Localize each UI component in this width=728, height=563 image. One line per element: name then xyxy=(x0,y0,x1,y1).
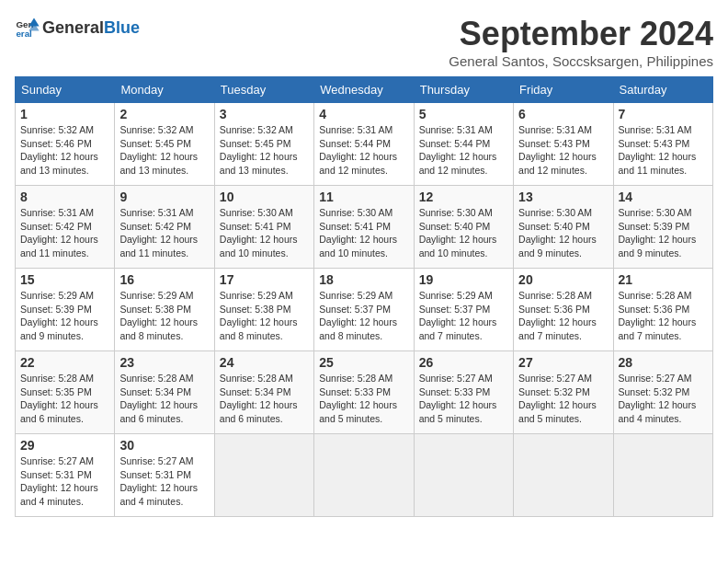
day-info: Sunrise: 5:27 AM Sunset: 5:31 PM Dayligh… xyxy=(20,454,109,509)
day-number: 17 xyxy=(220,272,309,287)
header-saturday: Saturday xyxy=(613,77,712,103)
week-row-4: 22Sunrise: 5:28 AM Sunset: 5:35 PM Dayli… xyxy=(16,351,713,434)
calendar-cell xyxy=(214,434,313,517)
calendar-cell: 28Sunrise: 5:27 AM Sunset: 5:32 PM Dayli… xyxy=(613,351,712,434)
day-number: 11 xyxy=(319,190,408,204)
week-row-2: 8Sunrise: 5:31 AM Sunset: 5:42 PM Daylig… xyxy=(16,186,713,269)
calendar-cell: 17Sunrise: 5:29 AM Sunset: 5:38 PM Dayli… xyxy=(214,269,313,351)
logo: Gen eral GeneralBlue xyxy=(15,15,140,40)
weekday-header-row: Sunday Monday Tuesday Wednesday Thursday… xyxy=(16,77,713,103)
day-info: Sunrise: 5:31 AM Sunset: 5:42 PM Dayligh… xyxy=(20,206,109,260)
day-info: Sunrise: 5:32 AM Sunset: 5:45 PM Dayligh… xyxy=(220,123,309,178)
day-number: 9 xyxy=(119,190,209,204)
calendar-cell: 23Sunrise: 5:28 AM Sunset: 5:34 PM Dayli… xyxy=(115,351,214,434)
month-year-title: September 2024 xyxy=(449,15,713,53)
day-number: 10 xyxy=(220,190,309,204)
day-number: 16 xyxy=(119,272,209,287)
calendar-cell: 13Sunrise: 5:30 AM Sunset: 5:40 PM Dayli… xyxy=(514,186,613,269)
day-number: 22 xyxy=(20,355,109,370)
day-info: Sunrise: 5:29 AM Sunset: 5:39 PM Dayligh… xyxy=(20,289,109,343)
calendar-cell: 9Sunrise: 5:31 AM Sunset: 5:42 PM Daylig… xyxy=(115,186,214,269)
day-number: 4 xyxy=(319,107,408,121)
day-info: Sunrise: 5:28 AM Sunset: 5:34 PM Dayligh… xyxy=(220,372,309,426)
day-info: Sunrise: 5:31 AM Sunset: 5:43 PM Dayligh… xyxy=(619,123,708,178)
day-info: Sunrise: 5:31 AM Sunset: 5:42 PM Dayligh… xyxy=(119,206,209,260)
day-number: 1 xyxy=(20,107,109,121)
day-number: 30 xyxy=(119,438,209,453)
day-number: 18 xyxy=(319,272,408,287)
week-row-5: 29Sunrise: 5:27 AM Sunset: 5:31 PM Dayli… xyxy=(16,434,713,517)
day-number: 2 xyxy=(119,107,209,121)
calendar-cell: 14Sunrise: 5:30 AM Sunset: 5:39 PM Dayli… xyxy=(613,186,712,269)
day-info: Sunrise: 5:32 AM Sunset: 5:45 PM Dayligh… xyxy=(119,123,209,178)
header-monday: Monday xyxy=(115,77,214,103)
day-info: Sunrise: 5:28 AM Sunset: 5:36 PM Dayligh… xyxy=(518,289,608,343)
day-info: Sunrise: 5:27 AM Sunset: 5:32 PM Dayligh… xyxy=(619,372,708,426)
week-row-1: 1Sunrise: 5:32 AM Sunset: 5:46 PM Daylig… xyxy=(16,103,713,186)
calendar-cell: 10Sunrise: 5:30 AM Sunset: 5:41 PM Dayli… xyxy=(214,186,313,269)
calendar-cell: 7Sunrise: 5:31 AM Sunset: 5:43 PM Daylig… xyxy=(613,103,712,186)
day-info: Sunrise: 5:30 AM Sunset: 5:41 PM Dayligh… xyxy=(319,206,408,260)
day-info: Sunrise: 5:29 AM Sunset: 5:37 PM Dayligh… xyxy=(319,289,408,343)
day-info: Sunrise: 5:30 AM Sunset: 5:39 PM Dayligh… xyxy=(619,206,708,260)
calendar-table: Sunday Monday Tuesday Wednesday Thursday… xyxy=(15,76,713,517)
day-info: Sunrise: 5:31 AM Sunset: 5:44 PM Dayligh… xyxy=(419,123,508,178)
day-info: Sunrise: 5:27 AM Sunset: 5:32 PM Dayligh… xyxy=(518,372,608,426)
week-row-3: 15Sunrise: 5:29 AM Sunset: 5:39 PM Dayli… xyxy=(16,269,713,351)
calendar-cell: 12Sunrise: 5:30 AM Sunset: 5:40 PM Dayli… xyxy=(414,186,513,269)
header-tuesday: Tuesday xyxy=(214,77,313,103)
calendar-cell xyxy=(613,434,712,517)
day-number: 8 xyxy=(20,190,109,204)
day-number: 24 xyxy=(220,355,309,370)
day-number: 19 xyxy=(419,272,508,287)
day-number: 25 xyxy=(319,355,408,370)
calendar-cell: 29Sunrise: 5:27 AM Sunset: 5:31 PM Dayli… xyxy=(16,434,115,517)
calendar-cell: 3Sunrise: 5:32 AM Sunset: 5:45 PM Daylig… xyxy=(214,103,313,186)
calendar-cell: 27Sunrise: 5:27 AM Sunset: 5:32 PM Dayli… xyxy=(514,351,613,434)
calendar-cell: 1Sunrise: 5:32 AM Sunset: 5:46 PM Daylig… xyxy=(16,103,115,186)
logo-general: General xyxy=(42,18,104,37)
day-number: 28 xyxy=(619,355,708,370)
calendar-cell xyxy=(414,434,513,517)
calendar-cell: 25Sunrise: 5:28 AM Sunset: 5:33 PM Dayli… xyxy=(314,351,414,434)
calendar-cell: 19Sunrise: 5:29 AM Sunset: 5:37 PM Dayli… xyxy=(414,269,513,351)
calendar-cell: 18Sunrise: 5:29 AM Sunset: 5:37 PM Dayli… xyxy=(314,269,414,351)
day-info: Sunrise: 5:29 AM Sunset: 5:38 PM Dayligh… xyxy=(119,289,209,343)
day-info: Sunrise: 5:31 AM Sunset: 5:44 PM Dayligh… xyxy=(319,123,408,178)
calendar-cell: 30Sunrise: 5:27 AM Sunset: 5:31 PM Dayli… xyxy=(115,434,214,517)
location-subtitle: General Santos, Soccsksargen, Philippine… xyxy=(449,53,713,69)
day-number: 26 xyxy=(419,355,508,370)
day-info: Sunrise: 5:30 AM Sunset: 5:40 PM Dayligh… xyxy=(419,206,508,260)
calendar-cell: 22Sunrise: 5:28 AM Sunset: 5:35 PM Dayli… xyxy=(16,351,115,434)
calendar-cell: 21Sunrise: 5:28 AM Sunset: 5:36 PM Dayli… xyxy=(613,269,712,351)
calendar-cell: 24Sunrise: 5:28 AM Sunset: 5:34 PM Dayli… xyxy=(214,351,313,434)
day-number: 20 xyxy=(518,272,608,287)
day-number: 27 xyxy=(518,355,608,370)
calendar-cell: 4Sunrise: 5:31 AM Sunset: 5:44 PM Daylig… xyxy=(314,103,414,186)
day-info: Sunrise: 5:28 AM Sunset: 5:35 PM Dayligh… xyxy=(20,372,109,426)
calendar-cell: 11Sunrise: 5:30 AM Sunset: 5:41 PM Dayli… xyxy=(314,186,414,269)
header-thursday: Thursday xyxy=(414,77,513,103)
day-number: 3 xyxy=(220,107,309,121)
day-info: Sunrise: 5:27 AM Sunset: 5:33 PM Dayligh… xyxy=(419,372,508,426)
header-sunday: Sunday xyxy=(16,77,115,103)
calendar-cell: 15Sunrise: 5:29 AM Sunset: 5:39 PM Dayli… xyxy=(16,269,115,351)
calendar-cell: 8Sunrise: 5:31 AM Sunset: 5:42 PM Daylig… xyxy=(16,186,115,269)
calendar-cell xyxy=(514,434,613,517)
page-header: Gen eral GeneralBlue September 2024 Gene… xyxy=(15,15,713,69)
calendar-cell: 16Sunrise: 5:29 AM Sunset: 5:38 PM Dayli… xyxy=(115,269,214,351)
day-number: 23 xyxy=(119,355,209,370)
calendar-cell: 2Sunrise: 5:32 AM Sunset: 5:45 PM Daylig… xyxy=(115,103,214,186)
day-number: 6 xyxy=(518,107,608,121)
header-wednesday: Wednesday xyxy=(314,77,414,103)
day-info: Sunrise: 5:31 AM Sunset: 5:43 PM Dayligh… xyxy=(518,123,608,178)
day-info: Sunrise: 5:29 AM Sunset: 5:38 PM Dayligh… xyxy=(220,289,309,343)
header-friday: Friday xyxy=(514,77,613,103)
calendar-cell xyxy=(314,434,414,517)
day-info: Sunrise: 5:28 AM Sunset: 5:33 PM Dayligh… xyxy=(319,372,408,426)
day-number: 29 xyxy=(20,438,109,453)
day-info: Sunrise: 5:28 AM Sunset: 5:34 PM Dayligh… xyxy=(119,372,209,426)
day-number: 5 xyxy=(419,107,508,121)
day-number: 12 xyxy=(419,190,508,204)
day-info: Sunrise: 5:28 AM Sunset: 5:36 PM Dayligh… xyxy=(619,289,708,343)
